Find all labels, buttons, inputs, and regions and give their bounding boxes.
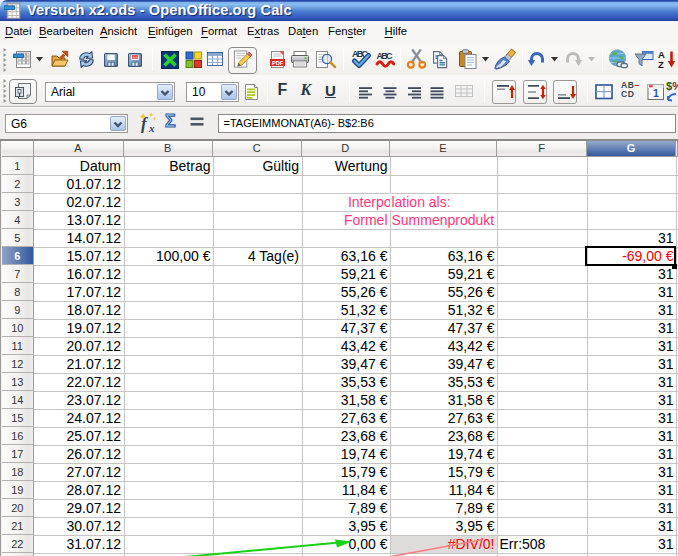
svg-text:ABC: ABC (377, 51, 394, 61)
svg-text:PDF: PDF (272, 60, 284, 66)
svg-text:Z: Z (658, 59, 664, 69)
svg-text:1: 1 (653, 87, 659, 99)
svg-text:Σ: Σ (165, 111, 176, 131)
svg-text:x: x (148, 122, 155, 134)
